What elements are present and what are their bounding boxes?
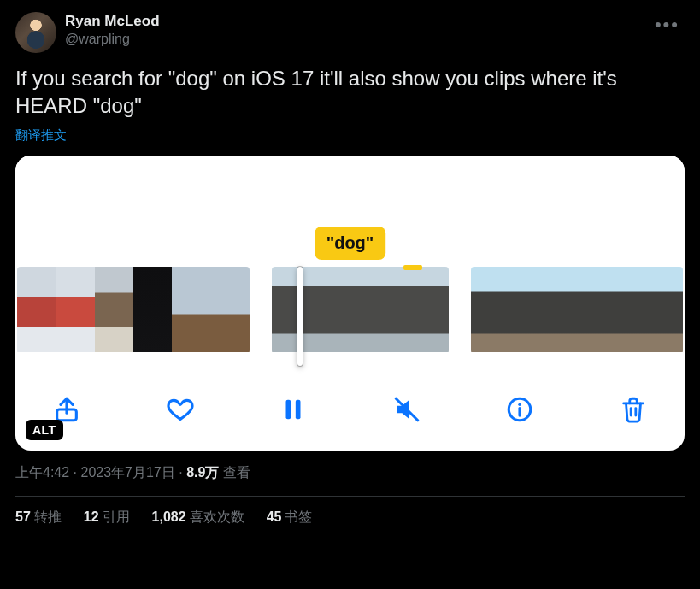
clip-strip[interactable] bbox=[15, 267, 685, 354]
stats-row: 57转推 12引用 1,082喜欢次数 45书签 bbox=[15, 509, 685, 527]
media-toolbar bbox=[15, 368, 685, 451]
meta-date[interactable]: 2023年7月17日 bbox=[80, 465, 174, 480]
tweet-text: If you search for "dog" on iOS 17 it'll … bbox=[15, 65, 685, 121]
clip-frame bbox=[17, 267, 56, 352]
clip-frame bbox=[648, 267, 683, 352]
stat-bookmarks[interactable]: 45书签 bbox=[267, 509, 313, 527]
divider bbox=[15, 496, 685, 497]
tweet-header: Ryan McLeod @warpling ••• bbox=[15, 12, 685, 53]
clip-frame bbox=[577, 267, 612, 352]
media-card[interactable]: "dog" bbox=[15, 156, 685, 451]
search-term-bubble: "dog" bbox=[315, 227, 386, 260]
tweet-meta: 上午4:42 · 2023年7月17日 · 8.9万 查看 bbox=[15, 464, 685, 482]
svg-point-5 bbox=[519, 403, 521, 405]
playhead[interactable] bbox=[297, 267, 303, 366]
clip-group-1[interactable] bbox=[17, 267, 250, 354]
pause-icon[interactable] bbox=[276, 392, 310, 427]
author-names: Ryan McLeod @warpling bbox=[65, 12, 160, 49]
clip-frame bbox=[331, 267, 390, 352]
more-icon[interactable]: ••• bbox=[650, 12, 685, 38]
clip-frame bbox=[95, 267, 133, 352]
marker-tick bbox=[403, 265, 422, 270]
clip-frame bbox=[506, 267, 541, 352]
stat-quotes[interactable]: 12引用 bbox=[84, 509, 130, 527]
clip-frame bbox=[612, 267, 647, 352]
trash-icon[interactable] bbox=[616, 392, 650, 427]
translate-link[interactable]: 翻译推文 bbox=[15, 127, 67, 144]
svg-rect-2 bbox=[296, 399, 301, 419]
views-count[interactable]: 8.9万 bbox=[186, 465, 219, 480]
stat-retweets[interactable]: 57转推 bbox=[15, 509, 62, 527]
heart-icon[interactable] bbox=[163, 392, 197, 427]
clip-frame bbox=[211, 267, 250, 352]
clip-frame bbox=[56, 267, 94, 352]
clip-frame bbox=[471, 267, 506, 352]
media-top: "dog" bbox=[15, 156, 685, 267]
display-name[interactable]: Ryan McLeod bbox=[65, 12, 160, 31]
handle[interactable]: @warpling bbox=[65, 31, 160, 49]
meta-time[interactable]: 上午4:42 bbox=[15, 465, 69, 480]
info-icon[interactable] bbox=[503, 392, 537, 427]
tweet-container: Ryan McLeod @warpling ••• If you search … bbox=[0, 0, 700, 537]
clip-frame bbox=[542, 267, 577, 352]
clip-frame bbox=[390, 267, 449, 352]
svg-rect-1 bbox=[286, 399, 291, 419]
clip-frame bbox=[133, 267, 172, 352]
stat-likes[interactable]: 1,082喜欢次数 bbox=[152, 509, 244, 527]
clip-group-3[interactable] bbox=[471, 267, 683, 354]
alt-badge[interactable]: ALT bbox=[26, 420, 63, 440]
avatar[interactable] bbox=[15, 12, 56, 53]
clip-frame bbox=[172, 267, 210, 352]
mute-icon[interactable] bbox=[390, 392, 424, 427]
views-label: 查看 bbox=[219, 465, 250, 480]
